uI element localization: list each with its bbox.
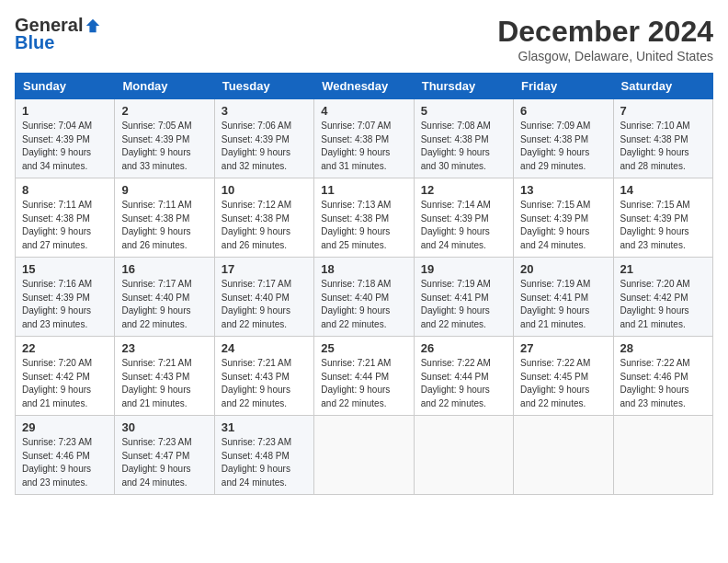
cell-info: Sunrise: 7:20 AMSunset: 4:42 PMDaylight:… [620,279,690,329]
logo-blue: Blue [15,32,54,52]
day-header-monday: Monday [115,74,214,99]
calendar-cell: 18Sunrise: 7:18 AMSunset: 4:40 PMDayligh… [314,258,414,337]
calendar-cell: 23Sunrise: 7:21 AMSunset: 4:43 PMDayligh… [115,337,214,416]
day-header-wednesday: Wednesday [314,74,414,99]
calendar-cell: 4Sunrise: 7:07 AMSunset: 4:38 PMDaylight… [314,99,414,178]
calendar-cell [613,416,712,495]
day-header-tuesday: Tuesday [214,74,313,99]
cell-info: Sunrise: 7:12 AMSunset: 4:38 PMDaylight:… [222,200,291,250]
day-number: 18 [321,262,406,276]
day-number: 10 [222,183,307,197]
day-number: 5 [421,104,506,118]
cell-info: Sunrise: 7:21 AMSunset: 4:44 PMDaylight:… [321,358,391,408]
cell-info: Sunrise: 7:17 AMSunset: 4:40 PMDaylight:… [121,279,191,329]
title-area: December 2024 Glasgow, Delaware, United … [497,15,713,63]
cell-info: Sunrise: 7:09 AMSunset: 4:38 PMDaylight:… [520,121,590,171]
calendar-week-row: 22Sunrise: 7:20 AMSunset: 4:42 PMDayligh… [16,337,713,416]
cell-info: Sunrise: 7:18 AMSunset: 4:40 PMDaylight:… [321,279,391,329]
day-number: 23 [121,341,207,355]
calendar-header-row: SundayMondayTuesdayWednesdayThursdayFrid… [16,74,713,99]
day-number: 6 [520,104,606,118]
day-number: 7 [620,104,706,118]
calendar-cell: 11Sunrise: 7:13 AMSunset: 4:38 PMDayligh… [314,178,414,258]
day-number: 17 [222,262,307,276]
calendar-cell [314,416,414,495]
day-number: 16 [121,262,207,276]
calendar-cell [414,416,513,495]
header: General Blue December 2024 Glasgow, Dela… [15,15,713,63]
day-number: 14 [620,183,706,197]
calendar-cell: 20Sunrise: 7:19 AMSunset: 4:41 PMDayligh… [514,258,613,337]
day-header-thursday: Thursday [414,74,513,99]
calendar-table: SundayMondayTuesdayWednesdayThursdayFrid… [15,73,713,495]
calendar-cell: 21Sunrise: 7:20 AMSunset: 4:42 PMDayligh… [613,258,712,337]
logo: General Blue [15,15,101,53]
calendar-cell: 29Sunrise: 7:23 AMSunset: 4:46 PMDayligh… [16,416,115,495]
day-number: 11 [321,183,406,197]
cell-info: Sunrise: 7:23 AMSunset: 4:47 PMDaylight:… [121,437,191,488]
calendar-cell: 2Sunrise: 7:05 AMSunset: 4:39 PMDaylight… [115,99,214,178]
cell-info: Sunrise: 7:19 AMSunset: 4:41 PMDaylight:… [520,279,590,329]
day-number: 15 [22,262,108,276]
day-number: 26 [421,341,506,355]
day-number: 20 [520,262,606,276]
calendar-cell: 24Sunrise: 7:21 AMSunset: 4:43 PMDayligh… [214,337,313,416]
day-number: 1 [22,104,108,118]
cell-info: Sunrise: 7:20 AMSunset: 4:42 PMDaylight:… [22,358,92,408]
cell-info: Sunrise: 7:22 AMSunset: 4:46 PMDaylight:… [620,358,690,408]
day-number: 2 [121,104,207,118]
calendar-body: 1Sunrise: 7:04 AMSunset: 4:39 PMDaylight… [16,99,713,495]
cell-info: Sunrise: 7:21 AMSunset: 4:43 PMDaylight:… [222,358,291,408]
calendar-cell: 3Sunrise: 7:06 AMSunset: 4:39 PMDaylight… [214,99,313,178]
cell-info: Sunrise: 7:10 AMSunset: 4:38 PMDaylight:… [620,121,690,171]
calendar-cell: 9Sunrise: 7:11 AMSunset: 4:38 PMDaylight… [115,178,214,258]
calendar-cell: 19Sunrise: 7:19 AMSunset: 4:41 PMDayligh… [414,258,513,337]
day-number: 3 [222,104,307,118]
day-number: 29 [22,420,108,434]
day-number: 8 [22,183,108,197]
cell-info: Sunrise: 7:14 AMSunset: 4:39 PMDaylight:… [421,200,491,250]
month-title: December 2024 [497,15,713,49]
calendar-week-row: 15Sunrise: 7:16 AMSunset: 4:39 PMDayligh… [16,258,713,337]
calendar-week-row: 8Sunrise: 7:11 AMSunset: 4:38 PMDaylight… [16,178,713,258]
calendar-cell: 13Sunrise: 7:15 AMSunset: 4:39 PMDayligh… [514,178,613,258]
cell-info: Sunrise: 7:11 AMSunset: 4:38 PMDaylight:… [121,200,191,250]
cell-info: Sunrise: 7:22 AMSunset: 4:44 PMDaylight:… [421,358,491,408]
calendar-cell: 1Sunrise: 7:04 AMSunset: 4:39 PMDaylight… [16,99,115,178]
calendar-week-row: 1Sunrise: 7:04 AMSunset: 4:39 PMDaylight… [16,99,713,178]
calendar-cell: 17Sunrise: 7:17 AMSunset: 4:40 PMDayligh… [214,258,313,337]
cell-info: Sunrise: 7:15 AMSunset: 4:39 PMDaylight:… [520,200,590,250]
calendar-cell [514,416,613,495]
calendar-cell: 5Sunrise: 7:08 AMSunset: 4:38 PMDaylight… [414,99,513,178]
day-number: 19 [421,262,506,276]
calendar-cell: 27Sunrise: 7:22 AMSunset: 4:45 PMDayligh… [514,337,613,416]
calendar-cell: 7Sunrise: 7:10 AMSunset: 4:38 PMDaylight… [613,99,712,178]
calendar-cell: 12Sunrise: 7:14 AMSunset: 4:39 PMDayligh… [414,178,513,258]
cell-info: Sunrise: 7:04 AMSunset: 4:39 PMDaylight:… [22,121,92,171]
cell-info: Sunrise: 7:06 AMSunset: 4:39 PMDaylight:… [222,121,291,171]
calendar-cell: 26Sunrise: 7:22 AMSunset: 4:44 PMDayligh… [414,337,513,416]
cell-info: Sunrise: 7:15 AMSunset: 4:39 PMDaylight:… [620,200,690,250]
calendar-week-row: 29Sunrise: 7:23 AMSunset: 4:46 PMDayligh… [16,416,713,495]
day-number: 27 [520,341,606,355]
cell-info: Sunrise: 7:11 AMSunset: 4:38 PMDaylight:… [22,200,92,250]
calendar-cell: 6Sunrise: 7:09 AMSunset: 4:38 PMDaylight… [514,99,613,178]
svg-marker-0 [86,18,99,31]
calendar-cell: 30Sunrise: 7:23 AMSunset: 4:47 PMDayligh… [115,416,214,495]
calendar-cell: 31Sunrise: 7:23 AMSunset: 4:48 PMDayligh… [214,416,313,495]
day-number: 30 [121,420,207,434]
location: Glasgow, Delaware, United States [497,49,713,63]
day-number: 28 [620,341,706,355]
cell-info: Sunrise: 7:17 AMSunset: 4:40 PMDaylight:… [222,279,291,329]
day-number: 24 [222,341,307,355]
calendar-cell: 16Sunrise: 7:17 AMSunset: 4:40 PMDayligh… [115,258,214,337]
calendar-cell: 15Sunrise: 7:16 AMSunset: 4:39 PMDayligh… [16,258,115,337]
cell-info: Sunrise: 7:23 AMSunset: 4:46 PMDaylight:… [22,437,92,488]
day-header-saturday: Saturday [613,74,712,99]
day-number: 13 [520,183,606,197]
day-number: 4 [321,104,406,118]
cell-info: Sunrise: 7:22 AMSunset: 4:45 PMDaylight:… [520,358,590,408]
cell-info: Sunrise: 7:08 AMSunset: 4:38 PMDaylight:… [421,121,491,171]
day-header-sunday: Sunday [16,74,115,99]
day-number: 9 [121,183,207,197]
